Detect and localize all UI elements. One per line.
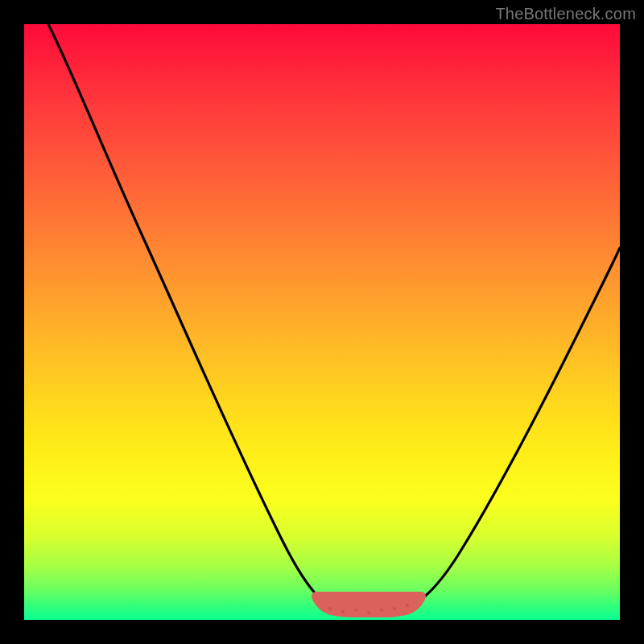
svg-point-6 [406, 604, 409, 607]
svg-point-5 [393, 607, 396, 610]
svg-point-2 [354, 609, 357, 612]
svg-point-4 [380, 609, 383, 612]
plot-area [24, 24, 620, 620]
marker-texture [328, 604, 409, 614]
bottleneck-curve [48, 24, 620, 612]
watermark-text: TheBottleneck.com [495, 5, 636, 23]
optimal-zone-marker [314, 594, 423, 615]
bottleneck-curve-svg [24, 24, 620, 620]
svg-point-0 [328, 607, 332, 610]
chart-frame: TheBottleneck.com [0, 0, 644, 644]
svg-point-3 [367, 611, 370, 614]
svg-point-1 [341, 610, 345, 613]
